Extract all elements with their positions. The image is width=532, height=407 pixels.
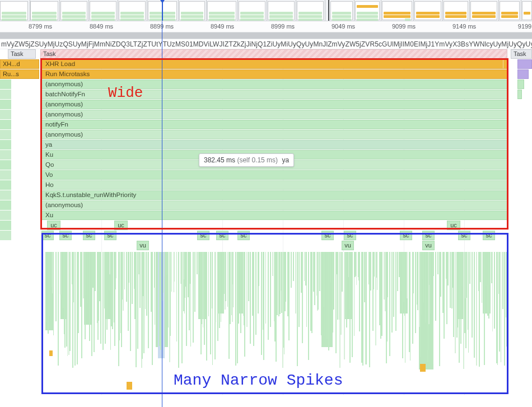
performance-minimap[interactable] bbox=[0, 0, 532, 21]
token-strip: mVyZW5jZSUyMjUzQSUyMjFjMmNiZDQ3LTZjZTUtY… bbox=[0, 39, 532, 49]
ruler-tick: 9099 ms bbox=[392, 23, 416, 30]
small-row-sc[interactable]: sc sc sc sc sc sc sc sc sc sc sc sc sc bbox=[41, 231, 507, 240]
flame-row-ya[interactable]: ya bbox=[41, 140, 507, 149]
flame-row-vo[interactable]: Vo bbox=[41, 170, 507, 180]
flame-row-anonymous[interactable]: (anonymous) bbox=[41, 110, 507, 119]
chip-sc[interactable]: sc bbox=[83, 231, 95, 240]
flame-row-anonymous[interactable]: (anonymous) bbox=[41, 79, 507, 89]
ruler-tick: 9149 ms bbox=[452, 23, 476, 30]
chip-vu[interactable]: vu bbox=[137, 241, 149, 250]
chip-sc[interactable]: sc bbox=[400, 231, 412, 240]
chip-sc[interactable]: sc bbox=[104, 231, 116, 240]
ruler-tick: 8799 ms bbox=[29, 23, 52, 30]
chip-vu[interactable]: vu bbox=[422, 241, 435, 250]
tooltip-duration: 382.45 ms bbox=[204, 156, 235, 164]
chip-sc[interactable]: sc bbox=[483, 231, 495, 240]
time-ruler[interactable]: 8799 ms 8849 ms 8899 ms 8949 ms 8999 ms … bbox=[0, 21, 532, 32]
flame-tooltip: 382.45 ms (self 0.15 ms) ya bbox=[199, 153, 294, 167]
flame-row-unstable-run[interactable]: KqkS.t.unstable_runWithPriority bbox=[41, 190, 507, 200]
flame-chart[interactable]: Task Task Task XH...d Ru...s XHR Load Ru bbox=[0, 49, 532, 395]
task-block[interactable]: Task bbox=[511, 49, 532, 59]
flame-block-green[interactable] bbox=[517, 90, 522, 99]
small-row-uc[interactable]: uc uc uc bbox=[41, 221, 507, 230]
playhead-line bbox=[162, 21, 162, 407]
scrub-bar[interactable] bbox=[0, 32, 532, 39]
chip-uc[interactable]: uc bbox=[114, 221, 128, 230]
ruler-tick: 8949 ms bbox=[211, 23, 234, 30]
chip-uc[interactable]: uc bbox=[47, 221, 60, 230]
flame-row-anonymous[interactable]: (anonymous) bbox=[41, 200, 507, 210]
chip-sc[interactable]: sc bbox=[321, 231, 334, 240]
chip-uc[interactable]: uc bbox=[447, 221, 460, 230]
task-block[interactable]: Task bbox=[8, 49, 36, 59]
chip-sc[interactable]: sc bbox=[458, 231, 470, 240]
flame-row-anonymous[interactable]: (anonymous) bbox=[41, 100, 507, 109]
ruler-tick: 9199 bbox=[518, 23, 531, 30]
small-row-vu[interactable]: vu vu vu bbox=[41, 241, 507, 250]
flame-block-green[interactable] bbox=[517, 79, 524, 89]
task-block-long[interactable]: Task bbox=[40, 49, 507, 59]
flame-row-notifyfn[interactable]: notifyFn bbox=[41, 120, 507, 129]
ruler-tick: 9049 ms bbox=[332, 23, 355, 30]
flame-row-xu[interactable]: Xu bbox=[41, 210, 507, 220]
chip-sc[interactable]: sc bbox=[344, 231, 356, 240]
tooltip-self: (self 0.15 ms) bbox=[237, 156, 278, 164]
flame-row-anonymous[interactable]: (anonymous) bbox=[41, 130, 507, 139]
flame-block-purple[interactable] bbox=[517, 59, 532, 69]
flame-stack-wide[interactable]: XHR Load Run Microtasks (anonymous) batc… bbox=[41, 59, 507, 221]
chip-sc[interactable]: sc bbox=[59, 231, 72, 240]
timeline-cursor[interactable] bbox=[162, 0, 163, 21]
flame-block-purple[interactable] bbox=[517, 69, 529, 79]
tooltip-fn: ya bbox=[282, 156, 289, 164]
ruler-tick: 8999 ms bbox=[271, 23, 295, 30]
chip-sc[interactable]: sc bbox=[197, 231, 209, 240]
chip-sc[interactable]: sc bbox=[422, 231, 435, 240]
flame-row-batchnotifyfn[interactable]: batchNotifyFn bbox=[41, 90, 507, 99]
flame-block-xhr-left[interactable]: XH...d bbox=[0, 59, 39, 69]
chip-vu[interactable]: vu bbox=[342, 241, 354, 250]
narrow-spikes-area[interactable] bbox=[44, 252, 507, 393]
chip-sc[interactable]: sc bbox=[216, 231, 228, 240]
flame-row-xhr-load[interactable]: XHR Load bbox=[41, 59, 507, 69]
flame-row-run-microtasks[interactable]: Run Microtasks bbox=[41, 69, 507, 79]
ruler-tick: 8849 ms bbox=[90, 23, 113, 30]
chip-sc[interactable]: sc bbox=[41, 231, 54, 240]
chip-sc[interactable]: sc bbox=[237, 231, 250, 240]
flame-row-ho[interactable]: Ho bbox=[41, 180, 507, 190]
flame-block-run-left[interactable]: Ru...s bbox=[0, 69, 39, 79]
